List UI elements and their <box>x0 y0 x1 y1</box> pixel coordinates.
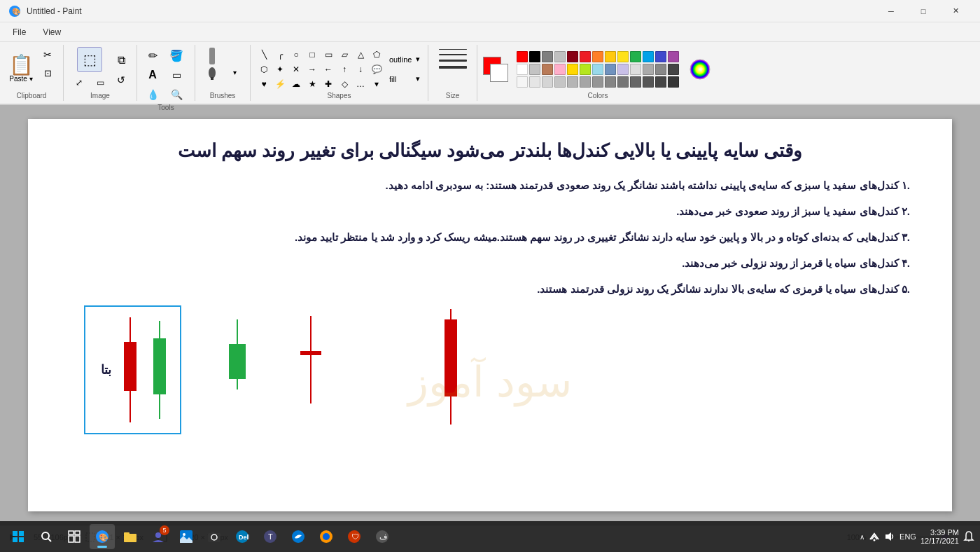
swatch-brown[interactable] <box>542 64 553 75</box>
swatch-r3-3[interactable] <box>542 76 553 88</box>
swatch-r3-12[interactable] <box>655 76 666 88</box>
taskbar-app-1[interactable]: T <box>258 524 283 549</box>
swatch-blue[interactable] <box>643 51 654 62</box>
swatch-darkgray[interactable] <box>668 64 679 75</box>
taskbar-teams[interactable]: 5 <box>146 524 171 549</box>
swatch-r3-13[interactable] <box>668 76 679 88</box>
edit-colors-button[interactable]: + <box>687 57 713 82</box>
copy-button[interactable]: ⊡ <box>38 64 57 81</box>
shape-star5[interactable]: ★ <box>304 77 320 91</box>
swatch-gray3[interactable] <box>643 64 654 75</box>
swatch-black[interactable] <box>529 51 540 62</box>
shape-triangle[interactable]: △ <box>353 48 368 62</box>
select-shape-tool[interactable]: ▭ <box>90 74 110 92</box>
shape-x[interactable]: ✕ <box>288 62 304 76</box>
hidden-icons-arrow[interactable]: ∧ <box>860 533 864 541</box>
pencil-tool[interactable]: ✏ <box>143 46 162 64</box>
size-line-4[interactable] <box>439 66 467 69</box>
zoom-tool[interactable]: 🔍 <box>167 85 186 104</box>
swatch-r3-4[interactable] <box>554 76 566 88</box>
canvas-paper[interactable]: سود آموز وقتی سایه پایینی یا بالایی کندل… <box>28 119 952 511</box>
maximize-button[interactable]: □ <box>907 0 939 22</box>
swatch-darkred[interactable] <box>567 51 578 62</box>
shape-plus[interactable]: ✚ <box>321 77 336 91</box>
color2-swatch[interactable] <box>490 64 508 82</box>
swatch-r3-11[interactable] <box>643 76 654 88</box>
swatch-red[interactable] <box>517 51 528 62</box>
swatch-r3-9[interactable] <box>617 76 629 88</box>
taskbar-edge[interactable] <box>286 524 311 549</box>
taskbar-security[interactable]: 🛡 <box>342 524 367 549</box>
notification-icon[interactable] <box>963 531 974 542</box>
taskbar-photos[interactable] <box>174 524 199 549</box>
swatch-white[interactable] <box>517 64 528 75</box>
cut-button[interactable]: ✂ <box>38 46 57 63</box>
minimize-button[interactable]: ─ <box>875 0 907 22</box>
skew-tool[interactable]: ⤢ <box>69 74 89 92</box>
swatch-red2[interactable] <box>580 51 591 62</box>
shape-rounded-rect[interactable]: ▭ <box>321 48 336 62</box>
shape-rect[interactable]: □ <box>304 48 320 62</box>
fill-tool[interactable]: 🪣 <box>167 46 186 64</box>
shape-arrow-l[interactable]: ← <box>321 62 336 76</box>
language-indicator[interactable]: ENG <box>899 532 916 541</box>
brush-dropdown[interactable]: ▾ <box>225 63 244 81</box>
shape-pentagon[interactable]: ⬠ <box>369 48 384 62</box>
shape-cloud[interactable]: ☁ <box>288 77 304 91</box>
taskbar-search[interactable] <box>34 524 59 549</box>
shape-curve[interactable]: ╭ <box>272 48 288 62</box>
shape-more[interactable]: … <box>353 77 368 91</box>
taskbar-file-explorer[interactable] <box>118 524 143 549</box>
swatch-r3-10[interactable] <box>630 76 641 88</box>
fill-dropdown[interactable]: fill▾ <box>387 71 422 88</box>
shape-oval[interactable]: ○ <box>288 48 304 62</box>
swatch-gray4[interactable] <box>655 64 666 75</box>
menu-view[interactable]: View <box>36 26 68 39</box>
eraser-tool[interactable]: ▭ <box>167 66 186 84</box>
swatch-r3-8[interactable] <box>605 76 616 88</box>
shape-arrow-d[interactable]: ↓ <box>353 62 368 76</box>
shape-lightning[interactable]: ⚡ <box>272 77 288 91</box>
swatch-gray[interactable] <box>542 51 553 62</box>
rotate-tool[interactable]: ↺ <box>111 71 131 88</box>
close-button[interactable]: ✕ <box>939 0 972 22</box>
menu-file[interactable]: File <box>6 26 33 39</box>
text-tool[interactable]: A <box>143 66 162 84</box>
shape-arrow-r[interactable]: → <box>304 62 320 76</box>
swatch-green[interactable] <box>630 51 641 62</box>
swatch-lavender[interactable] <box>617 64 629 75</box>
select-tool[interactable]: ⬚ <box>77 47 102 72</box>
size-line-1[interactable] <box>439 49 467 50</box>
swatch-lime[interactable] <box>580 64 591 75</box>
canvas-area[interactable]: سود آموز وقتی سایه پایینی یا بالایی کندل… <box>0 105 980 525</box>
size-line-3[interactable] <box>439 60 467 62</box>
shape-star4[interactable]: ✦ <box>272 62 288 76</box>
swatch-r3-7[interactable] <box>592 76 603 88</box>
shape-callout[interactable]: 💬 <box>369 62 384 76</box>
shape-dropdown[interactable]: ▾ <box>369 77 384 91</box>
taskbar-camera[interactable] <box>202 524 227 549</box>
swatch-gold[interactable] <box>605 51 616 62</box>
swatch-gray2[interactable] <box>630 64 641 75</box>
shape-hex[interactable]: ⬡ <box>256 62 272 76</box>
taskbar-task-view[interactable] <box>62 524 87 549</box>
swatch-orange[interactable] <box>592 51 603 62</box>
swatch-gold2[interactable] <box>567 64 578 75</box>
swatch-purple[interactable] <box>668 51 679 62</box>
shape-diamond[interactable]: ◇ <box>337 77 352 91</box>
swatch-lightblue[interactable] <box>592 64 603 75</box>
crop-tool[interactable]: ⧉ <box>111 50 131 70</box>
taskbar-dell[interactable]: Dell <box>230 524 255 549</box>
swatch-indigo[interactable] <box>655 51 666 62</box>
taskbar-firefox[interactable] <box>314 524 339 549</box>
swatch-r3-5[interactable] <box>567 76 578 88</box>
swatch-r3-2[interactable] <box>529 76 540 88</box>
swatch-yellow[interactable] <box>617 51 629 62</box>
size-line-2[interactable] <box>439 54 467 55</box>
swatch-lightgray[interactable] <box>529 64 540 75</box>
shape-heart[interactable]: ♥ <box>256 77 272 91</box>
outline-dropdown[interactable]: outline▾ <box>387 51 422 68</box>
color-picker-tool[interactable]: 💧 <box>143 85 162 104</box>
taskbar-persian[interactable]: ف <box>370 524 395 549</box>
shape-line[interactable]: ╲ <box>256 48 272 62</box>
